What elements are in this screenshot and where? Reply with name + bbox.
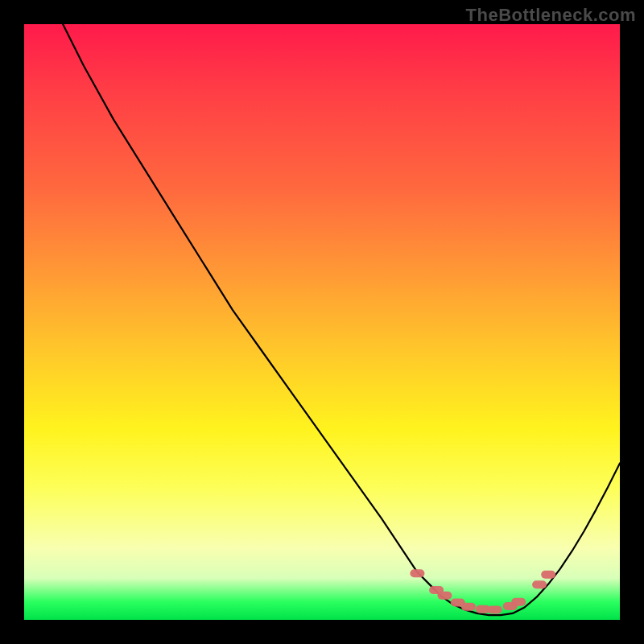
curve-marker — [488, 605, 502, 613]
curve-marker — [511, 598, 526, 606]
curve-marker — [437, 592, 452, 600]
curve-marker — [461, 603, 476, 611]
plot-area — [24, 24, 620, 620]
chart-frame: TheBottleneck.com — [0, 0, 644, 644]
marker-group — [410, 569, 555, 613]
watermark-text: TheBottleneck.com — [466, 5, 636, 26]
curve-marker — [410, 569, 424, 577]
curve-marker — [532, 580, 547, 588]
bottleneck-curve — [24, 0, 620, 615]
curve-overlay — [24, 24, 620, 620]
curve-marker — [541, 571, 555, 579]
